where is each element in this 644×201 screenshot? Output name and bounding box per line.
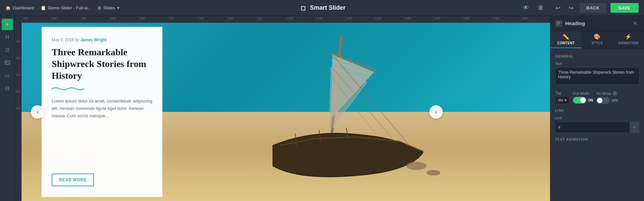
card-title: Three Remarkable Shipwreck Stories from … bbox=[52, 46, 152, 81]
nav-actions: 👁 🖥 ↩ ↪ BACK SAVE bbox=[521, 3, 639, 13]
link-input[interactable] bbox=[555, 123, 630, 132]
sidebar-menu-button[interactable]: ☰ bbox=[2, 44, 13, 56]
no-wrap-toggle-wrap: OFF bbox=[596, 97, 618, 104]
sidebar-widget-button[interactable]: ▭ bbox=[2, 70, 13, 81]
slide: May 2, 2018 by James Wright Three Remark… bbox=[21, 23, 550, 201]
brand-logo: ◻ Smart Slider bbox=[299, 3, 345, 13]
responsive-button[interactable]: 🖥 bbox=[535, 3, 545, 13]
home-icon: 🏠 bbox=[5, 5, 11, 10]
svg-point-15 bbox=[406, 162, 427, 170]
save-button[interactable]: SAVE bbox=[610, 3, 639, 13]
panel-tabs: ✏️ CONTENT 🎨 STYLE ⚡ ANIMATION bbox=[550, 31, 644, 49]
text-field-input[interactable]: Three Remarkable Shipwreck Stories from … bbox=[555, 67, 639, 85]
full-width-label: Full Width bbox=[573, 91, 593, 95]
slides-dropdown-button[interactable]: ⊞ Slides ▾ bbox=[98, 5, 119, 10]
link-section-label: LINK bbox=[555, 109, 639, 113]
svg-point-16 bbox=[427, 170, 440, 176]
general-section-label: GENERAL bbox=[555, 55, 639, 58]
slide-canvas: 100 200 300 400 500 bbox=[15, 23, 550, 201]
svg-rect-18 bbox=[557, 23, 560, 24]
slide-viewport: May 2, 2018 by James Wright Three Remark… bbox=[21, 23, 550, 201]
full-width-control-group: Full Width ON bbox=[573, 91, 593, 104]
svg-rect-17 bbox=[557, 22, 561, 23]
left-sidebar: + H ☰ ▭ ⊟ bbox=[0, 16, 15, 201]
link-field-label: Link bbox=[555, 116, 639, 120]
tag-control-group: Tag div ▾ bbox=[555, 91, 570, 104]
text-field-group: Text Three Remarkable Shipwreck Stories … bbox=[555, 62, 639, 86]
chevron-down-icon: ▾ bbox=[117, 5, 119, 10]
tag-field-label: Tag bbox=[555, 91, 570, 95]
no-wrap-toggle[interactable] bbox=[596, 97, 610, 104]
top-navigation: 🏠 Dashboard › 📋 Demo Slider - Full-w... … bbox=[0, 0, 644, 16]
no-wrap-toggle-label: OFF bbox=[611, 99, 618, 103]
content-tab-label: CONTENT bbox=[557, 41, 575, 45]
card-author: James Wright bbox=[80, 38, 106, 42]
slide-prev-button[interactable]: ‹ bbox=[31, 105, 44, 119]
dashboard-link[interactable]: 🏠 Dashboard bbox=[5, 5, 34, 10]
breadcrumb-sep-2: › bbox=[94, 6, 95, 10]
tag-value: div bbox=[558, 98, 563, 103]
content-tab-icon: ✏️ bbox=[562, 34, 570, 40]
svg-rect-19 bbox=[557, 24, 559, 25]
card-excerpt: Lorem ipsum dolor sit amet, consectetuer… bbox=[52, 97, 152, 165]
link-input-wrap: + bbox=[555, 122, 639, 133]
animation-tab-label: ANIMATION bbox=[618, 41, 638, 45]
slider-link[interactable]: 📋 Demo Slider - Full-w... bbox=[41, 5, 91, 10]
panel-close-button[interactable]: ✕ bbox=[631, 19, 639, 27]
style-tab-label: STYLE bbox=[591, 41, 603, 45]
main-area: + H ☰ ▭ ⊟ 100 200 300 400 500 600 bbox=[0, 16, 644, 201]
no-wrap-label: No Wrap i bbox=[596, 91, 618, 96]
sidebar-heading-button[interactable]: H bbox=[2, 31, 13, 43]
panel-title-row: Heading bbox=[555, 20, 585, 27]
canvas-area: 100 200 300 400 500 600 700 800 900 1000… bbox=[15, 16, 550, 201]
svg-text:◻: ◻ bbox=[301, 5, 306, 11]
link-field-group: Link + bbox=[555, 116, 639, 133]
breadcrumb-sep-1: › bbox=[37, 6, 38, 10]
shipwreck-image bbox=[180, 33, 550, 193]
card-date: May 2, 2018 by bbox=[52, 38, 79, 42]
controls-row: Tag div ▾ Full Width ON bbox=[555, 91, 639, 104]
content-card: May 2, 2018 by James Wright Three Remark… bbox=[42, 27, 162, 197]
card-wave-decoration bbox=[52, 86, 152, 91]
horizontal-ruler: 100 200 300 400 500 600 700 800 900 1000… bbox=[15, 16, 550, 23]
sidebar-image-button[interactable] bbox=[2, 57, 13, 68]
tab-style[interactable]: 🎨 STYLE bbox=[582, 31, 613, 48]
full-width-toggle[interactable] bbox=[573, 97, 586, 104]
preview-button[interactable]: 👁 bbox=[521, 3, 531, 13]
redo-button[interactable]: ↪ bbox=[567, 3, 576, 13]
tab-content[interactable]: ✏️ CONTENT bbox=[550, 31, 582, 48]
sidebar-layout-button[interactable]: ⊟ bbox=[2, 82, 13, 94]
tag-select[interactable]: div ▾ bbox=[555, 96, 570, 104]
panel-title: Heading bbox=[565, 20, 585, 26]
link-add-button[interactable]: + bbox=[630, 122, 639, 133]
back-button[interactable]: BACK bbox=[580, 3, 606, 13]
sidebar-add-button[interactable]: + bbox=[2, 19, 13, 30]
brand-icon-svg: ◻ bbox=[299, 3, 308, 13]
panel-header-icon bbox=[555, 20, 562, 27]
text-field-label: Text bbox=[555, 62, 639, 66]
no-wrap-info-icon[interactable]: i bbox=[612, 91, 617, 96]
breadcrumb: 🏠 Dashboard › 📋 Demo Slider - Full-w... … bbox=[5, 5, 119, 10]
tab-animation[interactable]: ⚡ ANIMATION bbox=[613, 31, 644, 48]
full-width-toggle-wrap: ON bbox=[573, 97, 593, 104]
animation-tab-icon: ⚡ bbox=[625, 34, 632, 40]
right-panel: Heading ✕ ✏️ CONTENT 🎨 STYLE ⚡ ANIMATION… bbox=[550, 16, 644, 201]
text-animation-section-label: TEXT ANIMATION bbox=[555, 138, 639, 141]
full-width-toggle-label: ON bbox=[588, 98, 593, 102]
no-wrap-control-group: No Wrap i OFF bbox=[596, 91, 618, 104]
brand-name: Smart Slider bbox=[310, 4, 345, 11]
card-meta: May 2, 2018 by James Wright bbox=[52, 38, 152, 42]
undo-button[interactable]: ↩ bbox=[553, 3, 562, 13]
no-wrap-toggle-knob bbox=[597, 98, 602, 103]
tag-chevron-icon: ▾ bbox=[565, 98, 567, 103]
slides-grid-icon: ⊞ bbox=[98, 5, 101, 10]
panel-header: Heading ✕ bbox=[550, 16, 644, 31]
panel-body: GENERAL Text Three Remarkable Shipwreck … bbox=[550, 49, 644, 201]
nav-divider bbox=[549, 4, 549, 12]
full-width-toggle-knob bbox=[580, 97, 586, 103]
slider-icon: 📋 bbox=[41, 5, 46, 10]
read-more-button[interactable]: READ MORE bbox=[52, 174, 94, 186]
style-tab-icon: 🎨 bbox=[594, 34, 601, 40]
slide-next-button[interactable]: › bbox=[429, 105, 443, 119]
no-wrap-label-text: No Wrap bbox=[596, 91, 611, 95]
